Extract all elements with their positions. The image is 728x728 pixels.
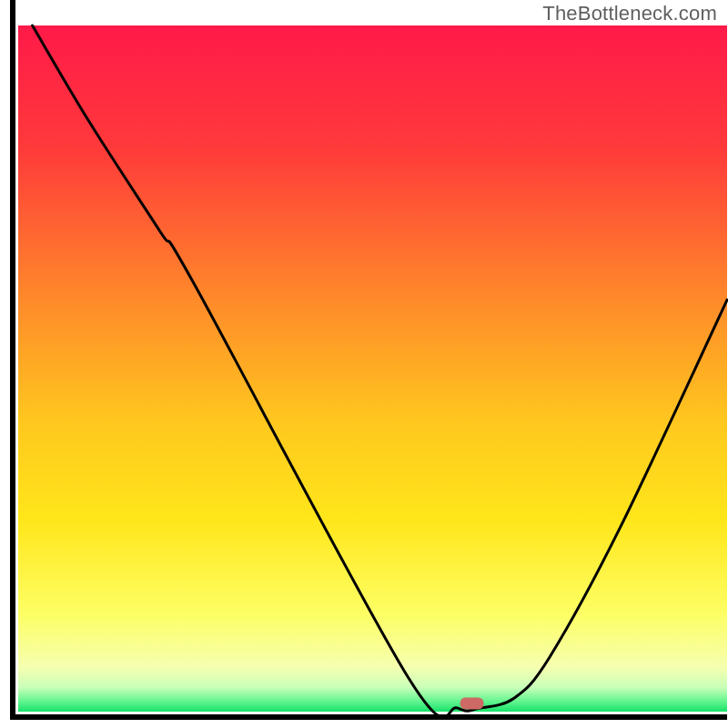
watermark-text: TheBottleneck.com: [542, 2, 717, 25]
optimal-marker: [460, 697, 484, 709]
bottleneck-chart: TheBottleneck.com: [0, 0, 728, 728]
chart-svg: [0, 0, 728, 728]
plot-background: [18, 25, 727, 712]
